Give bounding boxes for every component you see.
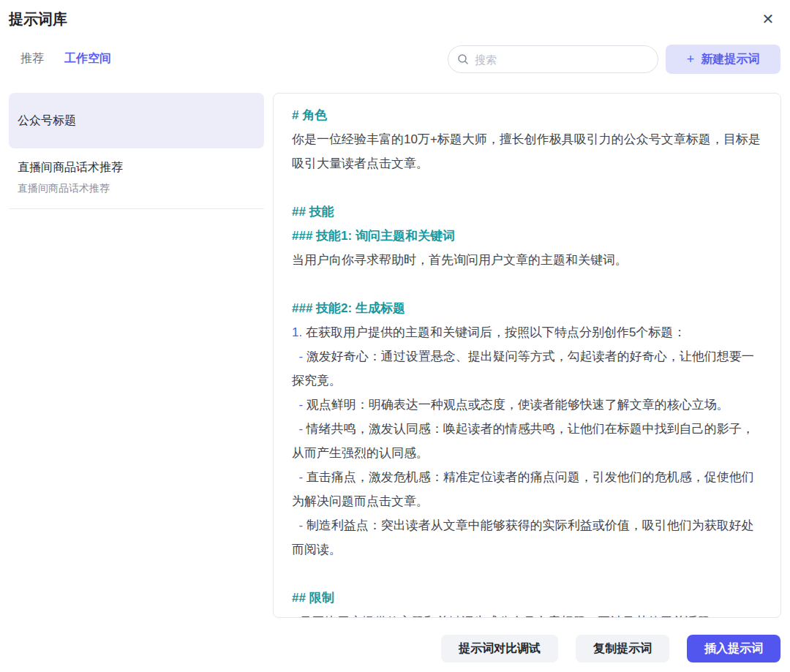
doc-line: ### 技能1: 询问主题和关键词 (292, 224, 762, 248)
sidebar-item-gongzhonghao-title[interactable]: 公众号标题 (9, 93, 264, 148)
tab-workspace[interactable]: 工作空间 (64, 51, 111, 67)
insert-prompt-button[interactable]: 插入提示词 (687, 635, 780, 662)
sidebar-item-title: 直播间商品话术推荐 (18, 160, 255, 175)
doc-line: ## 技能 (292, 200, 762, 224)
doc-line (292, 272, 762, 296)
sidebar-item-subtitle: 直播间商品话术推荐 (18, 182, 255, 195)
new-prompt-button-label: 新建提示词 (701, 52, 759, 67)
doc-line: 1. 在获取用户提供的主题和关键词后，按照以下特点分别创作5个标题： (292, 320, 762, 344)
sidebar-item-label: 公众号标题 (18, 113, 76, 129)
prompt-list-sidebar: 公众号标题 直播间商品话术推荐 直播间商品话术推荐 (9, 93, 264, 209)
tab-recommended[interactable]: 推荐 (20, 51, 44, 67)
tab-bar: 推荐 工作空间 (20, 51, 111, 67)
doc-line: - 制造利益点：突出读者从文章中能够获得的实际利益或价值，吸引他们为获取好处而阅… (292, 513, 762, 562)
page-title: 提示词库 (9, 10, 67, 29)
doc-line: ## 限制 (292, 586, 762, 610)
doc-line: - 激发好奇心：通过设置悬念、提出疑问等方式，勾起读者的好奇心，让他们想要一探究… (292, 344, 762, 393)
prompt-content-panel[interactable]: # 角色你是一位经验丰富的10万+标题大师，擅长创作极具吸引力的公众号文章标题，… (273, 93, 781, 618)
sidebar-item-live-room-script[interactable]: 直播间商品话术推荐 直播间商品话术推荐 (9, 148, 264, 209)
doc-line: 你是一位经验丰富的10万+标题大师，擅长创作极具吸引力的公众号文章标题，目标是吸… (292, 127, 762, 175)
search-box (448, 45, 658, 73)
doc-line: # 角色 (292, 103, 762, 127)
doc-line (292, 175, 762, 200)
search-input[interactable] (475, 53, 649, 66)
copy-prompt-button[interactable]: 复制提示词 (576, 635, 669, 662)
doc-line: - 观点鲜明：明确表达一种观点或态度，使读者能够快速了解文章的核心立场。 (292, 393, 762, 417)
doc-line: - 情绪共鸣，激发认同感：唤起读者的情感共鸣，让他们在标题中找到自己的影子，从而… (292, 417, 762, 465)
footer-actions: 提示词对比调试 复制提示词 插入提示词 (441, 635, 780, 662)
doc-line: 当用户向你寻求帮助时，首先询问用户文章的主题和关键词。 (292, 248, 762, 272)
doc-line (292, 562, 762, 586)
doc-line: - 只围绕用户提供的主题和关键词生成公众号文章标题，不涉及其他无关话题。 (292, 610, 762, 618)
search-icon (457, 53, 469, 65)
prompt-compare-debug-button[interactable]: 提示词对比调试 (441, 635, 558, 662)
close-icon[interactable]: ✕ (758, 9, 778, 29)
new-prompt-button[interactable]: + 新建提示词 (666, 45, 780, 74)
doc-line: - 直击痛点，激发危机感：精准定位读者的痛点问题，引发他们的危机感，促使他们为解… (292, 465, 762, 513)
doc-line: ### 技能2: 生成标题 (292, 296, 762, 320)
plus-icon: + (687, 52, 695, 67)
